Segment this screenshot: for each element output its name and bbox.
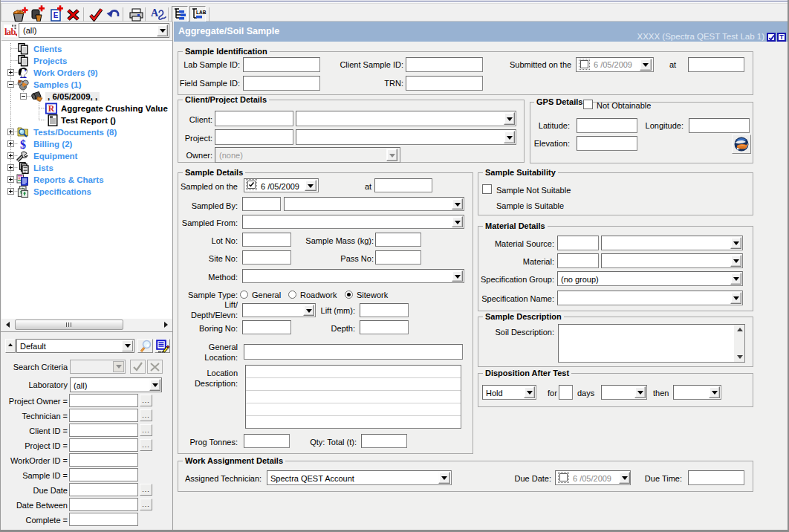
svg-text:A: A <box>151 7 159 19</box>
svg-text:R: R <box>48 104 55 114</box>
svg-text:LAB: LAB <box>196 10 207 15</box>
svg-text:$: $ <box>20 138 26 151</box>
svg-text:E: E <box>53 11 59 19</box>
